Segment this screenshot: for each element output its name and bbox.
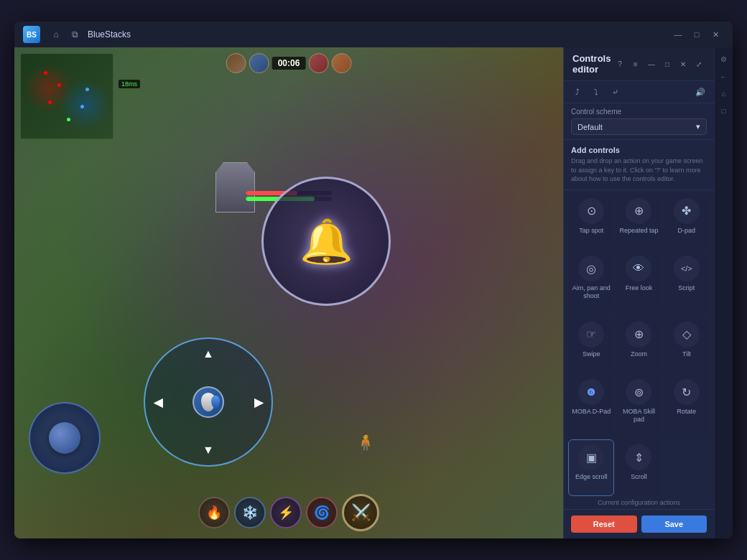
hero-circle: 🔔 [261,177,391,306]
control-scroll[interactable]: ⇕ Scroll [616,439,662,496]
control-edge-scroll[interactable]: ▣ Edge scroll [568,439,614,496]
control-moba-dpad[interactable]: ❻ MOBA D-Pad [568,374,614,438]
toolbar-volume-icon[interactable]: 🔊 [692,84,708,100]
frb-back-icon[interactable]: ← [717,69,731,83]
control-tilt[interactable]: ◇ Tilt [664,317,710,373]
dpad-arrows: ▲ ▼ ◀ ▶ [145,339,272,465]
window-controls: — □ ✕ [669,26,724,43]
moba-skill-pad-icon: ⊚ [626,379,651,405]
dpad-center [192,386,224,418]
controls-grid: ⊙ Tap spot ⊕ Repeated tap ✤ D-pad ◎ Aim [564,190,714,499]
toolbar-download-icon[interactable]: ⤵ [588,84,604,100]
aim-pan-shoot-icon: ◎ [578,256,604,281]
main-content: 18ms 00:06 [14,47,733,538]
scroll-icon: ⇕ [626,444,651,470]
control-d-pad[interactable]: ✤ D-pad [664,193,710,250]
control-aim-pan-shoot[interactable]: ◎ Aim, pan and shoot [568,251,614,314]
skill-ultimate[interactable]: ⚔️ [342,494,379,531]
control-zoom[interactable]: ⊕ Zoom [616,317,662,373]
joystick[interactable] [29,402,101,474]
repeated-tap-label: Repeated tap [619,227,658,235]
toolbar-share-icon[interactable]: ⤶ [607,84,623,100]
skill-bar: 🔥 ❄️ ⚡ 🌀 ⚔️ [198,497,379,531]
skill-4[interactable]: 🌀 [306,497,338,528]
edge-scroll-icon: ▣ [578,444,604,470]
toolbar-upload-icon[interactable]: ⤴ [570,84,585,100]
dpad-arrow-right: ▶ [254,396,263,409]
moba-dpad-label: MOBA D-Pad [572,408,611,416]
rotate-icon: ↻ [674,379,700,405]
dpad-arrow-left: ◀ [154,396,162,409]
control-repeated-tap[interactable]: ⊕ Repeated tap [616,193,662,250]
mouse-cursor-icon [201,393,215,411]
minimize-panel-icon[interactable]: — [645,57,658,70]
close-panel-icon[interactable]: ✕ [677,57,690,70]
add-controls-title: Add controls [571,146,707,154]
side-panel: Controls editor ? ≡ — □ ✕ ⤢ ⤴ ⤵ ⤶ [563,47,714,538]
frb-settings-icon[interactable]: ⚙ [717,52,731,66]
moba-skill-pad-label: MOBA Skill pad [619,408,658,424]
bottom-actions: Reset Save [564,509,714,538]
tilt-label: Tilt [682,350,691,358]
aim-pan-shoot-label: Aim, pan and shoot [572,284,611,300]
menu-icon[interactable]: ≡ [629,57,642,70]
skill-3[interactable]: ⚡ [270,497,302,528]
scheme-dropdown[interactable]: Default ▾ [571,118,707,135]
expand-panel-icon[interactable]: ⤢ [692,57,705,70]
scheme-label: Control scheme [571,108,707,116]
reset-button[interactable]: Reset [571,515,637,533]
control-moba-skill-pad[interactable]: ⊚ MOBA Skill pad [616,374,662,438]
help-icon[interactable]: ? [613,57,626,70]
control-rotate[interactable]: ↻ Rotate [664,374,710,438]
panel-header: Controls editor ? ≡ — □ ✕ ⤢ [564,47,714,81]
panel-toolbar: ⤴ ⤵ ⤶ 🔊 [564,81,714,103]
control-free-look[interactable]: 👁 Free look [616,251,662,314]
free-look-icon: 👁 [626,256,651,281]
tap-spot-icon: ⊙ [578,198,604,224]
zoom-icon: ⊕ [626,322,651,347]
edge-scroll-label: Edge scroll [575,473,608,481]
control-script[interactable]: </> Script [664,251,710,314]
maximize-button[interactable]: □ [688,26,705,43]
game-tower [215,162,255,213]
title-bar-icons: ⌂ ⧉ [49,27,82,42]
control-tap-spot[interactable]: ⊙ Tap spot [568,193,614,250]
add-controls-section: Add controls Drag and drop an action on … [564,140,714,190]
swipe-label: Swipe [583,350,600,358]
scheme-section: Control scheme Default ▾ [564,103,714,140]
script-label: Script [678,284,695,292]
frb-square-icon[interactable]: □ [717,103,731,118]
frb-home-icon[interactable]: ⌂ [717,86,731,101]
add-controls-desc: Drag and drop an action on your game scr… [571,157,707,184]
tilt-icon: ◇ [674,322,700,347]
chevron-down-icon: ▾ [696,122,700,131]
hero-icon: 🔔 [300,216,353,267]
minimize-button[interactable]: — [669,26,687,43]
panel-title: Controls editor [572,53,613,75]
dpad-arrow-down: ▼ [203,444,214,457]
d-pad-icon: ✤ [674,198,700,224]
scroll-label: Scroll [631,473,647,481]
far-right-toolbar: ⚙ ← ⌂ □ [714,47,733,538]
script-icon: </> [674,256,700,281]
skill-1[interactable]: 🔥 [198,497,230,528]
tap-spot-label: Tap spot [579,227,603,235]
maximize-panel-icon[interactable]: □ [661,57,674,70]
side-panel-container: Controls editor ? ≡ — □ ✕ ⤢ ⤴ ⤵ ⤶ [563,47,733,538]
home-icon[interactable]: ⌂ [49,27,63,42]
rotate-label: Rotate [677,408,697,416]
save-button[interactable]: Save [641,515,707,533]
dpad-overlay[interactable]: ▲ ▼ ◀ ▶ [144,337,273,467]
joystick-ball [49,422,80,454]
skill-2[interactable]: ❄️ [234,497,266,528]
mouse-right-click [211,396,220,409]
copy-icon[interactable]: ⧉ [68,27,82,42]
zoom-label: Zoom [631,350,647,358]
character-icon: 🧍 [355,432,376,452]
game-scene: 🔔 🧍 [14,47,563,538]
app-window: BS ⌂ ⧉ BlueStacks — □ ✕ [14,22,733,538]
panel-header-icons: ? ≡ — □ ✕ ⤢ [613,57,705,70]
title-bar: BS ⌂ ⧉ BlueStacks — □ ✕ [14,22,733,47]
control-swipe[interactable]: ☞ Swipe [568,317,614,373]
close-button[interactable]: ✕ [707,26,724,43]
